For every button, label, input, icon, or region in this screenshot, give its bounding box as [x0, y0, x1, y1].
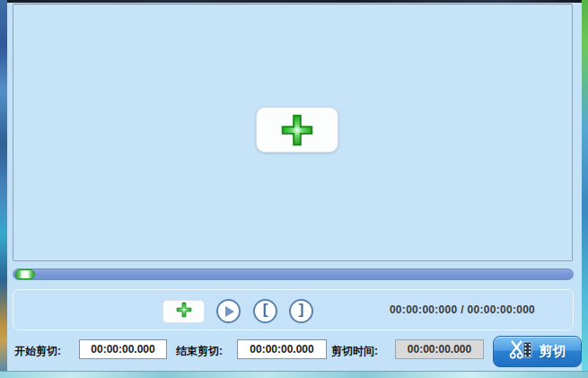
window-glass-border-left	[0, 0, 7, 378]
window-glass-border-right	[582, 0, 588, 378]
bracket-close-icon: ]	[297, 303, 306, 318]
start-cut-input[interactable]	[79, 339, 167, 359]
cut-button[interactable]: 剪切	[493, 336, 582, 367]
seek-slider-track[interactable]	[13, 268, 574, 280]
cut-duration-value	[395, 339, 484, 359]
end-cut-label: 结束剪切:	[176, 344, 223, 359]
start-cut-label: 开始剪切:	[14, 344, 61, 359]
seek-slider-thumb[interactable]	[15, 269, 35, 279]
time-display: 00:00:00:000 / 00:00:00:000	[373, 303, 552, 316]
scissors-film-icon	[509, 339, 533, 364]
plus-icon	[174, 300, 194, 323]
mark-end-button[interactable]: ]	[289, 299, 313, 323]
window-glass-border-bottom	[0, 371, 588, 378]
cut-controls-row: 开始剪切: 结束剪切: 剪切时间:	[0, 334, 588, 370]
video-cutter-window: [ ] 00:00:00:000 / 00:00:00:000 开始剪切: 结束…	[0, 0, 588, 378]
video-preview-area	[13, 4, 573, 261]
playback-toolbar: [ ] 00:00:00:000 / 00:00:00:000	[13, 289, 574, 330]
toolbar-add-file-button[interactable]	[162, 300, 205, 323]
play-button[interactable]	[216, 299, 241, 323]
play-icon	[225, 306, 234, 317]
plus-icon	[276, 110, 318, 151]
end-cut-input[interactable]	[237, 339, 327, 359]
add-video-button[interactable]	[256, 107, 338, 153]
cut-duration-label: 剪切时间:	[331, 344, 378, 359]
bracket-open-icon: [	[261, 303, 270, 318]
mark-start-button[interactable]: [	[253, 299, 277, 323]
cut-button-label: 剪切	[540, 343, 566, 360]
